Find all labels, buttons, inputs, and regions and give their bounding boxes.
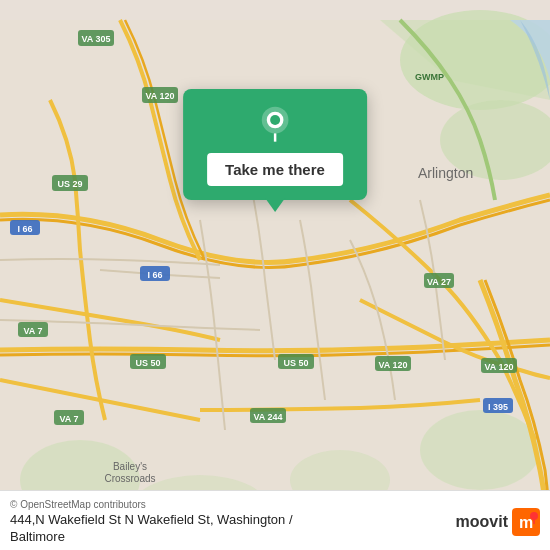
- copyright-text: © OpenStreetMap contributors: [10, 499, 293, 510]
- svg-text:VA 27: VA 27: [427, 277, 451, 287]
- svg-point-45: [530, 512, 538, 520]
- svg-point-7: [420, 410, 540, 490]
- svg-text:VA 120: VA 120: [484, 362, 513, 372]
- svg-text:US 50: US 50: [135, 358, 160, 368]
- svg-text:US 29: US 29: [57, 179, 82, 189]
- svg-text:VA 7: VA 7: [23, 326, 42, 336]
- map-container: VA 305 VA 120 US 29 I 66 I 66 VA 7 US 50…: [0, 0, 550, 550]
- popup-card: Take me there: [183, 89, 367, 200]
- svg-text:VA 305: VA 305: [81, 34, 110, 44]
- address-section: © OpenStreetMap contributors 444,N Wakef…: [10, 499, 293, 544]
- svg-text:VA 120: VA 120: [145, 91, 174, 101]
- svg-text:Bailey's: Bailey's: [113, 461, 147, 472]
- map-svg: VA 305 VA 120 US 29 I 66 I 66 VA 7 US 50…: [0, 0, 550, 550]
- bottom-bar: © OpenStreetMap contributors 444,N Wakef…: [0, 490, 550, 550]
- take-me-there-button[interactable]: Take me there: [207, 153, 343, 186]
- location-pin-icon: [255, 105, 295, 145]
- svg-text:VA 120: VA 120: [378, 360, 407, 370]
- moovit-text: moovit: [456, 513, 508, 531]
- svg-text:VA 7: VA 7: [59, 414, 78, 424]
- svg-text:Crossroads: Crossroads: [104, 473, 155, 484]
- svg-point-42: [270, 115, 280, 125]
- svg-text:GWMP: GWMP: [415, 72, 444, 82]
- svg-text:VA 244: VA 244: [253, 412, 282, 422]
- svg-text:I 395: I 395: [488, 402, 508, 412]
- svg-text:Arlington: Arlington: [418, 165, 473, 181]
- svg-text:US 50: US 50: [283, 358, 308, 368]
- address-line1: 444,N Wakefield St N Wakefield St, Washi…: [10, 512, 293, 527]
- moovit-logo: moovit m: [456, 508, 540, 536]
- svg-text:I 66: I 66: [17, 224, 32, 234]
- svg-text:I 66: I 66: [147, 270, 162, 280]
- moovit-icon: m: [512, 508, 540, 536]
- address-line2: Baltimore: [10, 529, 293, 544]
